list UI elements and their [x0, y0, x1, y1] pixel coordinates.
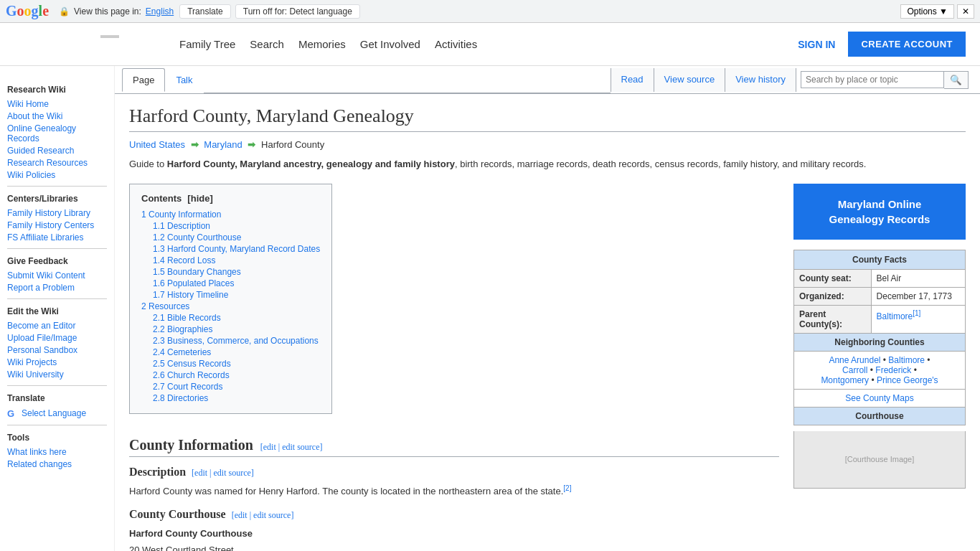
main-content: Page Talk Read View source View history … [115, 66, 980, 551]
ref-2[interactable]: [2] [563, 484, 571, 492]
nav-search[interactable]: Search [250, 35, 284, 53]
sidebar-item-personal-sandbox[interactable]: Personal Sandbox [7, 345, 107, 355]
edit-courthouse[interactable]: edit [235, 510, 248, 520]
sidebar-divider-3 [7, 298, 107, 299]
courthouse-info: Harford County Courthouse 20 West Courtl… [129, 525, 779, 551]
sidebar-section-centers: Centers/Libraries [7, 194, 107, 204]
sidebar-item-wiki-policies[interactable]: Wiki Policies [7, 170, 107, 180]
sidebar-select-language[interactable]: Select Language [22, 408, 86, 418]
turn-off-button[interactable]: Turn off for: Detect language [235, 4, 360, 19]
table-of-contents: Contents [hide] 1 County Information 1.1… [129, 184, 332, 414]
nav-get-involved[interactable]: Get Involved [360, 35, 420, 53]
description-text: Harford County was named for Henry Harfo… [129, 483, 779, 499]
wiki-search-input[interactable] [801, 71, 944, 88]
edit-source-description[interactable]: edit source [214, 468, 251, 478]
google-g-icon: G [7, 408, 19, 419]
sign-in-button[interactable]: SIGN IN [792, 36, 841, 53]
tab-talk[interactable]: Talk [165, 68, 203, 92]
parent-label: Parent County(s): [794, 305, 872, 333]
toc-item-2-6: 2.6 Church Records [141, 370, 320, 380]
wiki-container: Research Wiki Wiki Home About the Wiki O… [0, 66, 980, 551]
sidebar-item-family-history-centers[interactable]: Family History Centers [7, 220, 107, 230]
sidebar-item-submit-wiki[interactable]: Submit Wiki Content [7, 270, 107, 281]
see-county-maps[interactable]: See County Maps [845, 393, 913, 403]
nav-links: Family Tree Search Memories Get Involved… [179, 35, 792, 53]
toc-and-content: Contents [hide] 1 County Information 1.1… [129, 184, 779, 551]
sidebar-item-related-changes[interactable]: Related changes [7, 459, 107, 469]
courthouse-name: Harford County Courthouse [129, 528, 253, 539]
top-nav: Family Tree Search Memories Get Involved… [0, 23, 980, 66]
options-button[interactable]: Options ▼ [900, 4, 954, 19]
article-body: Contents [hide] 1 County Information 1.1… [129, 184, 966, 551]
sidebar-item-research-resources[interactable]: Research Resources [7, 158, 107, 168]
site-logo [100, 32, 158, 54]
wiki-search-button[interactable]: 🔍 [944, 71, 969, 89]
toc-item-1-6: 1.6 Populated Places [141, 278, 320, 288]
tabs-spacer [204, 66, 611, 93]
county-facts-table: County Facts County seat: Bel Air Organi… [793, 250, 966, 425]
toc-item-2-4: 2.4 Cemeteries [141, 347, 320, 357]
parent-value: Baltimore[1] [871, 305, 965, 333]
sidebar-divider-4 [7, 385, 107, 386]
toc-item-2: 2 Resources [141, 301, 320, 311]
translate-button[interactable]: Translate [179, 4, 231, 19]
organized-value: December 17, 1773 [871, 287, 965, 305]
sidebar-item-become-editor[interactable]: Become an Editor [7, 321, 107, 331]
edit-description[interactable]: edit [194, 468, 207, 478]
sidebar-item-wiki-home[interactable]: Wiki Home [7, 99, 107, 109]
county-seat-value: Bel Air [871, 269, 965, 287]
county-facts-header: County Facts [794, 250, 966, 269]
right-sidebar: Maryland Online Genealogy Records County… [793, 184, 966, 551]
tab-view-history[interactable]: View history [725, 68, 796, 92]
organized-label: Organized: [794, 287, 872, 305]
sidebar-item-family-history-library[interactable]: Family History Library [7, 208, 107, 218]
toc-item-1-1: 1.1 Description [141, 221, 320, 231]
create-account-button[interactable]: CREATE ACCOUNT [848, 32, 966, 57]
sidebar-item-wiki-university[interactable]: Wiki University [7, 369, 107, 380]
toc-hide-link[interactable]: hide [191, 193, 210, 204]
breadcrumb-us[interactable]: United States [129, 139, 185, 150]
sidebar-section-tools: Tools [7, 433, 107, 443]
tab-page[interactable]: Page [122, 68, 165, 92]
lock-icon: 🔒 [59, 6, 70, 17]
svg-rect-0 [100, 35, 119, 38]
article-title: Harford County, Maryland Genealogy [129, 105, 966, 132]
sidebar-item-about-wiki[interactable]: About the Wiki [7, 111, 107, 121]
nav-memories[interactable]: Memories [298, 35, 346, 53]
breadcrumb-md[interactable]: Maryland [204, 139, 242, 150]
toc-item-2-5: 2.5 Census Records [141, 359, 320, 369]
nav-activities[interactable]: Activities [435, 35, 477, 53]
section-description: Description [edit | edit source] [129, 466, 779, 479]
sidebar-divider-5 [7, 425, 107, 425]
sidebar-divider-2 [7, 248, 107, 249]
sidebar-item-what-links[interactable]: What links here [7, 447, 107, 457]
neighboring-counties-header: Neighboring Counties [794, 333, 966, 351]
sidebar-item-wiki-projects[interactable]: Wiki Projects [7, 357, 107, 367]
toc-item-2-1: 2.1 Bible Records [141, 313, 320, 323]
sidebar-item-report-problem[interactable]: Report a Problem [7, 283, 107, 293]
language-select[interactable]: English [146, 6, 174, 17]
close-translate-button[interactable]: ✕ [957, 4, 974, 19]
tabs-right: Read View source View history 🔍 [611, 68, 974, 92]
cta-maryland-records[interactable]: Maryland Online Genealogy Records [793, 184, 966, 240]
logo-area [14, 32, 158, 56]
edit-county-info[interactable]: edit [263, 442, 276, 452]
tab-read[interactable]: Read [611, 68, 654, 92]
nav-family-tree[interactable]: Family Tree [179, 35, 235, 53]
translate-bar-text: View this page in: [74, 6, 141, 17]
svg-text:G: G [7, 408, 14, 419]
county-seat-label: County seat: [794, 269, 872, 287]
toc-item-1: 1 County Information [141, 209, 320, 220]
language-selector-area: G Select Language [7, 408, 107, 419]
toc-title-text: Contents [141, 193, 182, 204]
sidebar-item-online-genealogy[interactable]: Online Genealogy Records [7, 123, 107, 143]
auth-buttons: SIGN IN CREATE ACCOUNT [792, 32, 966, 57]
toc-item-2-7: 2.7 Court Records [141, 382, 320, 392]
sidebar-item-fs-affiliate[interactable]: FS Affiliate Libraries [7, 232, 107, 242]
edit-source-county-info[interactable]: edit source [282, 442, 319, 452]
edit-source-courthouse[interactable]: edit source [253, 510, 291, 520]
breadcrumb-hc: Harford County [261, 139, 324, 150]
sidebar-item-upload-file[interactable]: Upload File/Image [7, 333, 107, 343]
sidebar-item-guided-research[interactable]: Guided Research [7, 146, 107, 156]
tab-view-source[interactable]: View source [654, 68, 725, 92]
